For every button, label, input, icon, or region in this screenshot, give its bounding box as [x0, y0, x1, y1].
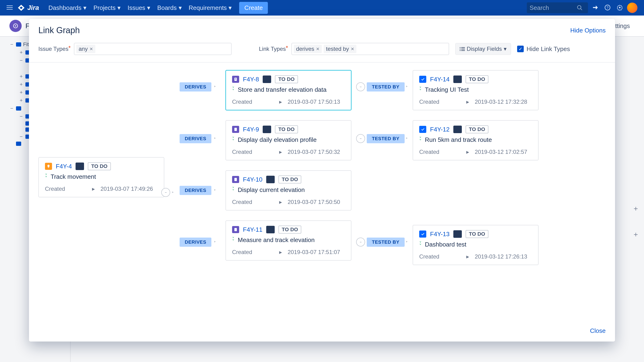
issue-summary: Track movement	[50, 173, 96, 180]
status-badge: TO DO	[466, 230, 488, 238]
caret-icon: ▸	[466, 253, 469, 260]
remove-tag-icon[interactable]: ×	[90, 46, 93, 52]
svg-rect-21	[234, 228, 237, 231]
remove-tag-icon[interactable]: ×	[351, 46, 354, 52]
issue-key[interactable]: F4Y-8	[243, 76, 259, 83]
issue-key[interactable]: F4Y-10	[243, 176, 262, 183]
link-derives: DERIVES	[180, 238, 211, 247]
link-derives: DERIVES	[180, 134, 211, 143]
caret-icon: ▸	[279, 149, 282, 155]
hide-options-link[interactable]: Hide Options	[570, 27, 606, 34]
issue-type-icon	[232, 76, 239, 83]
link-graph-modal: Link Graph Hide Options Issue Types* any…	[29, 19, 615, 342]
meta-value: 2019-03-12 17:32:28	[475, 98, 527, 105]
issue-type-icon	[232, 126, 239, 133]
checkbox-icon: ✓	[517, 46, 524, 52]
meta-label: Created	[232, 199, 279, 205]
issue-type-icon	[232, 176, 239, 183]
issue-summary: Display daily elevation profile	[238, 136, 316, 143]
filter-issue-types[interactable]: any×	[74, 43, 232, 55]
svg-rect-20	[234, 178, 237, 181]
issue-type-icon	[419, 126, 426, 133]
filter-tag[interactable]: any×	[76, 45, 95, 53]
collapse-node[interactable]: −	[356, 238, 365, 247]
status-badge: TO DO	[275, 75, 298, 83]
issue-summary: Tracking UI Test	[425, 86, 469, 93]
meta-label: Created	[419, 149, 466, 155]
issue-key[interactable]: F4Y-11	[243, 226, 262, 233]
issue-card[interactable]: F4Y-12 TO DO ˅˅ Run 5km and track route …	[412, 120, 538, 160]
modal-title: Link Graph	[38, 25, 80, 35]
priority-icon: ˅˅	[419, 86, 422, 92]
filter-link-types[interactable]: derives× tested by×	[292, 43, 449, 55]
display-fields-dropdown[interactable]: Display Fields▾	[455, 43, 511, 55]
issue-summary: Display current elevation	[238, 186, 305, 194]
filters-bar: Issue Types* any× Link Types* derives× t…	[29, 40, 615, 62]
issue-summary: Measure and track elevation	[238, 236, 315, 244]
collapse-node[interactable]: −	[161, 188, 170, 197]
issue-card[interactable]: F4Y-13 TO DO ˅˅ Dashboard test Created ▸…	[412, 225, 538, 265]
priority-icon: ˅˅	[232, 236, 234, 243]
meta-value: 2019-03-07 17:49:26	[100, 186, 153, 192]
issue-key[interactable]: F4Y-9	[243, 126, 259, 133]
link-derives: DERIVES	[180, 186, 211, 195]
meta-label: Created	[45, 186, 92, 192]
modal-overlay: Link Graph Hide Options Issue Types* any…	[0, 0, 644, 362]
meta-value: 2019-03-12 17:26:13	[475, 253, 527, 260]
folder-chip-icon	[453, 230, 462, 238]
folder-chip-icon	[263, 75, 271, 83]
issue-summary: Store and transfer elevation data	[238, 86, 326, 93]
issue-type-icon	[45, 163, 52, 170]
list-icon	[460, 46, 465, 51]
filter-tag[interactable]: derives×	[294, 45, 322, 53]
issue-summary: Dashboard test	[425, 241, 466, 248]
priority-icon: ˅˅	[419, 241, 422, 247]
svg-rect-14	[460, 50, 461, 51]
issue-card[interactable]: F4Y-10 TO DO ˅˅ Display current elevatio…	[226, 170, 352, 211]
status-badge: TO DO	[466, 125, 488, 133]
priority-icon: ˅˅	[45, 173, 47, 179]
folder-chip-icon	[453, 126, 462, 133]
card-spacer	[412, 170, 538, 215]
close-button[interactable]: Close	[590, 327, 606, 335]
caret-icon: ▸	[279, 199, 282, 205]
priority-icon: ˅˅	[232, 136, 234, 142]
meta-value: 2019-03-07 17:50:50	[288, 199, 340, 205]
svg-rect-17	[235, 78, 236, 79]
meta-value: 2019-03-07 17:50:32	[288, 149, 340, 155]
priority-icon: ˅˅	[232, 86, 234, 92]
issue-key[interactable]: F4Y-13	[430, 231, 450, 238]
svg-rect-13	[461, 49, 465, 49]
filter-tag[interactable]: tested by×	[324, 45, 356, 53]
caret-icon: ▸	[279, 249, 282, 255]
link-tested-by: TESTED BY	[367, 82, 404, 91]
meta-label: Created	[232, 249, 279, 255]
issue-card[interactable]: F4Y-8 TO DO ˅˅ Store and transfer elevat…	[226, 70, 352, 110]
svg-rect-19	[234, 128, 237, 131]
meta-value: 2019-03-12 17:02:57	[475, 149, 527, 155]
svg-rect-18	[235, 79, 236, 79]
meta-label: Created	[232, 149, 279, 155]
collapse-node[interactable]: −	[356, 134, 365, 143]
remove-tag-icon[interactable]: ×	[316, 46, 320, 52]
folder-chip-icon	[453, 75, 462, 83]
issue-card[interactable]: F4Y-11 TO DO ˅˅ Measure and track elevat…	[226, 220, 352, 261]
issue-type-icon	[419, 76, 426, 83]
caret-icon: ▸	[92, 186, 95, 192]
meta-value: 2019-03-07 17:51:07	[288, 249, 340, 255]
issue-key[interactable]: F4Y-12	[430, 126, 450, 133]
link-tested-by: TESTED BY	[367, 134, 404, 143]
issue-key[interactable]: F4Y-4	[56, 163, 72, 170]
issue-card[interactable]: F4Y-4 TO DO ˅˅ Track movement Created ▸ …	[38, 157, 164, 197]
hide-link-types-checkbox[interactable]: ✓ Hide Link Types	[517, 45, 570, 53]
issue-card[interactable]: F4Y-9 TO DO ˅˅ Display daily elevation p…	[226, 120, 352, 160]
status-badge: TO DO	[278, 175, 301, 183]
meta-label: Created	[419, 98, 466, 105]
caret-icon: ▸	[466, 149, 469, 155]
issue-card[interactable]: F4Y-14 TO DO ˅˅ Tracking UI Test Created…	[412, 70, 538, 110]
collapse-node[interactable]: −	[356, 82, 365, 91]
issue-key[interactable]: F4Y-14	[430, 76, 450, 83]
priority-icon: ˅˅	[232, 186, 234, 192]
status-badge: TO DO	[275, 125, 298, 133]
meta-label: Created	[232, 98, 279, 105]
